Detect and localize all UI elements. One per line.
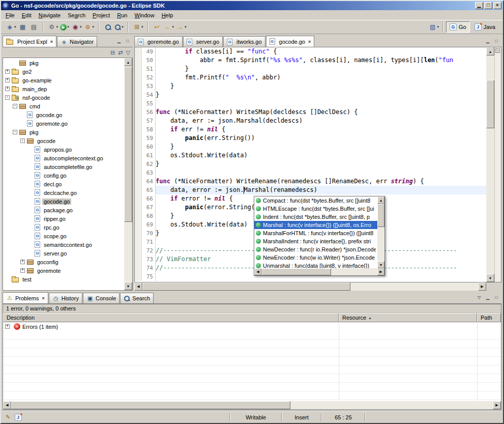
code-text[interactable]: func (*NiceFormatter) WriteSMap(decldesc… <box>156 108 486 117</box>
code-text[interactable] <box>156 168 486 177</box>
table-row-errors-group[interactable]: + Errors (1 item) <box>3 322 501 331</box>
tree-item-ripper-go[interactable]: ripper.go <box>3 214 124 223</box>
view-tab-problems[interactable]: ⚠Problems× <box>3 292 48 303</box>
editor-horizontal-scrollbar[interactable]: ◀ ▶ <box>134 282 501 291</box>
save-button[interactable]: ▦ <box>17 21 28 33</box>
popup-hscroll-thumb[interactable] <box>261 268 331 275</box>
menu-help[interactable]: Help <box>158 11 177 19</box>
minimize-view-icon[interactable]: ▁ <box>115 38 123 44</box>
maximize-view-icon[interactable]: □ <box>124 38 131 44</box>
back-button[interactable]: ←▾ <box>163 21 175 33</box>
code-text[interactable]: } <box>156 65 486 73</box>
tree-scrollbar[interactable]: ▲ ▼ <box>124 58 132 290</box>
scroll-left-ic on[interactable]: ◀ <box>3 401 11 409</box>
tree-item-config-go[interactable]: config.go <box>3 171 124 180</box>
scroll-down-icon[interactable]: ▼ <box>486 274 494 282</box>
tree-item-go2[interactable]: +go2 <box>3 67 124 76</box>
code-text[interactable]: } <box>156 82 486 91</box>
back-dropdown-icon[interactable]: ▾ <box>172 25 174 29</box>
tree-item-gocode-go[interactable]: gocode.go <box>3 197 124 206</box>
link-with-editor-icon[interactable]: ⇄ <box>118 49 123 56</box>
expand-icon[interactable]: + <box>5 324 10 329</box>
expand-icon[interactable]: + <box>5 78 10 82</box>
code-text[interactable]: func (*NiceFormatter) WriteRename(rename… <box>156 177 486 186</box>
profile-dropdown-icon[interactable]: ▾ <box>80 25 82 29</box>
scroll-up-icon[interactable]: ▲ <box>124 58 132 66</box>
code-text[interactable]: data, err := json.Marshal(decldescs) <box>156 117 486 125</box>
forward-dropdown-icon[interactable]: ▾ <box>185 25 187 29</box>
tree-item-gocode[interactable]: -gocode <box>3 136 124 145</box>
editor-tab-server-go[interactable]: server.go <box>183 36 223 47</box>
tree-item-pkg[interactable]: -pkg <box>3 128 124 136</box>
scroll-right-icon[interactable]: ▶ <box>493 401 501 409</box>
print-button[interactable]: ▤ <box>28 21 40 33</box>
collapse-icon[interactable]: - <box>13 104 17 108</box>
profile-button[interactable]: ◉▾ <box>70 21 83 33</box>
search-menu-button[interactable]: ▾ <box>113 21 125 33</box>
expand-icon[interactable]: + <box>5 69 10 74</box>
new-go-element-button[interactable]: ⊞▾ <box>132 21 144 33</box>
new-go-element-dropdown-icon[interactable]: ▾ <box>141 25 143 29</box>
menu-window[interactable]: Window <box>131 11 158 19</box>
scroll-up-icon[interactable]: ▲ <box>486 47 494 55</box>
autocomplete-item-newencoder[interactable]: NewEncoder : func(w io.Writer) *json.Enc… <box>254 253 377 262</box>
expand-icon[interactable]: + <box>20 268 25 273</box>
debug-dropdown-icon[interactable]: ▾ <box>56 25 58 29</box>
view-tab-project-expl[interactable]: Project Expl× <box>3 36 56 47</box>
editor-vscroll-thumb[interactable] <box>486 80 494 128</box>
problems-horizontal-scrollbar[interactable]: ◀ ▶ <box>3 401 501 409</box>
java-search-button[interactable] <box>102 21 113 33</box>
close-tab-icon[interactable]: × <box>42 296 44 301</box>
code-text[interactable]: } <box>156 91 486 99</box>
code-text[interactable]: if classes[i] == "func" { <box>156 47 486 56</box>
editor-tab-itworks-go[interactable]: itworks.go <box>223 36 265 47</box>
tree-item-autocompletefile-go[interactable]: autocompletefile.go <box>3 162 124 171</box>
tree-item-decl-go[interactable]: decl.go <box>3 180 124 188</box>
menu-file[interactable]: File <box>2 11 18 19</box>
maximize-window-button[interactable]: □ <box>484 2 492 9</box>
tree-item-server-go[interactable]: server.go <box>3 249 124 258</box>
tree-item-pkg[interactable]: pkg <box>3 59 124 67</box>
editor-vertical-scrollbar[interactable]: ▲ ▼ <box>486 47 494 282</box>
code-text[interactable]: } <box>156 143 486 151</box>
view-menu-icon[interactable]: ▽ <box>126 49 130 56</box>
tree-item-package-go[interactable]: package.go <box>3 206 124 214</box>
tree-item-gocode-go[interactable]: gocode.go <box>3 110 124 119</box>
debug-button[interactable]: ⚙▾ <box>47 21 60 33</box>
autocomplete-item-newdecoder[interactable]: NewDecoder : func(r io.Reader) *json.Dec… <box>254 245 377 253</box>
java-trim-icon[interactable]: J <box>14 413 22 421</box>
view-tab-console[interactable]: ▣Console <box>83 293 120 303</box>
tree-item-goremote-go[interactable]: goremote.go <box>3 119 124 128</box>
popup-vscroll-thumb[interactable] <box>377 204 384 227</box>
menu-run[interactable]: Run <box>113 11 131 19</box>
column-header-path[interactable]: Path <box>477 313 501 322</box>
expand-icon[interactable]: + <box>20 260 25 264</box>
tree-item-test[interactable]: test <box>3 275 124 284</box>
view-tab-search[interactable]: Search <box>120 293 154 303</box>
problems-hscroll-thumb[interactable] <box>11 401 290 409</box>
code-text[interactable]: } <box>156 160 486 168</box>
tree-item-semanticcontext-go[interactable]: semanticcontext.go <box>3 240 124 249</box>
scroll-up-icon[interactable]: ▲ <box>377 196 384 204</box>
open-perspective-dropdown[interactable]: ▾ <box>437 25 439 29</box>
view-menu-icon[interactable]: ▽ <box>476 295 483 301</box>
close-tab-icon[interactable]: × <box>308 39 311 44</box>
new-wizard-button[interactable]: ◈▾ <box>5 21 17 33</box>
code-text[interactable]: if err != nil { <box>156 125 486 134</box>
tree-item-goremote[interactable]: +goremote <box>3 266 124 275</box>
last-edit-location-button[interactable]: ↩ <box>152 21 163 33</box>
minimize-editor-icon[interactable]: ▁ <box>484 38 491 44</box>
popup-hscroll-track[interactable] <box>261 268 377 275</box>
tree-item-nsf-gocode[interactable]: -nsf-gocode <box>3 93 124 102</box>
tree-item-scope-go[interactable]: scope.go <box>3 232 124 240</box>
overview-ruler-header-icon[interactable] <box>495 48 500 53</box>
collapse-icon[interactable]: - <box>20 138 25 143</box>
autocomplete-item-htmlescape[interactable]: HTMLEscape : func(dst *bytes.Buffer, src… <box>254 205 377 213</box>
autocomplete-item-compact[interactable]: Compact : func(dst *bytes.Buffer, src []… <box>254 196 377 205</box>
minimize-view-icon[interactable]: ▁ <box>484 295 491 301</box>
menu-search[interactable]: Search <box>64 11 89 19</box>
go-perspective-button[interactable]: GGo <box>446 21 470 33</box>
new-wizard-dropdown-icon[interactable]: ▾ <box>14 25 16 29</box>
forward-button[interactable]: →▾ <box>175 21 188 33</box>
close-tab-icon[interactable]: × <box>50 39 53 44</box>
